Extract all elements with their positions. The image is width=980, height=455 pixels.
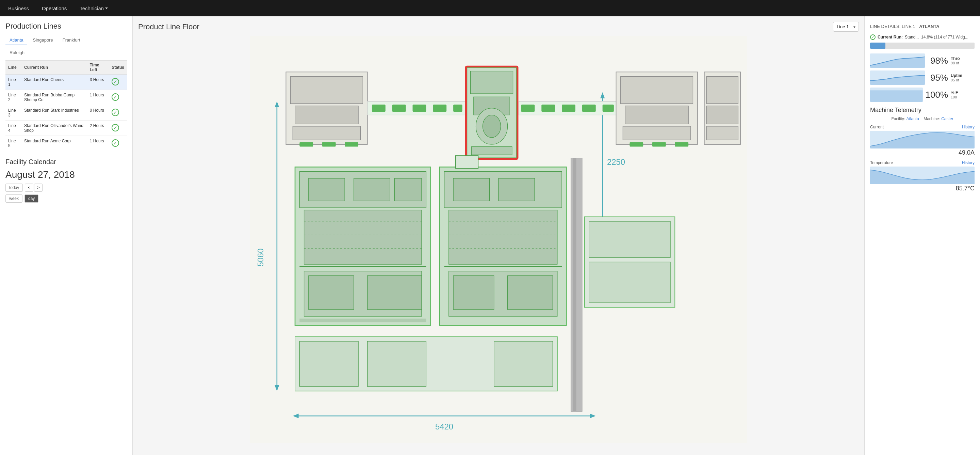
svg-rect-36 bbox=[582, 105, 596, 112]
temperature-history-link[interactable]: History bbox=[962, 160, 975, 165]
svg-rect-61 bbox=[368, 276, 422, 310]
location-tabs: Atlanta Singapore Frankfurt bbox=[5, 35, 127, 45]
day-button[interactable]: day bbox=[24, 195, 38, 203]
location-badge: ATLANTA bbox=[919, 24, 939, 29]
facility-value: Atlanta bbox=[906, 117, 919, 121]
svg-rect-22 bbox=[392, 105, 406, 112]
svg-rect-73 bbox=[453, 276, 494, 310]
line-details-title: Line Details: Line 1 ATLANTA bbox=[870, 22, 975, 30]
nav-business[interactable]: Business bbox=[7, 2, 30, 15]
cell-line: Line 1 bbox=[5, 75, 21, 90]
table-row[interactable]: Line 3Standard Run Stark Industries0 Hou… bbox=[5, 105, 127, 121]
svg-rect-17 bbox=[299, 142, 313, 147]
current-telemetry-value: 49.0A bbox=[870, 149, 975, 156]
telemetry-temperature-row: Temperature History 85.7°C bbox=[870, 160, 975, 192]
svg-rect-42 bbox=[630, 142, 643, 147]
next-button[interactable]: > bbox=[34, 184, 43, 192]
facility-calendar-title: Facility Calendar bbox=[5, 158, 127, 166]
floor-title: Product Line Floor bbox=[138, 22, 199, 31]
throughput-chart bbox=[870, 53, 925, 68]
uptime-label: Uptim bbox=[951, 73, 975, 78]
line-select[interactable]: Line 1 Line 2 Line 3 Line 4 Line 5 bbox=[833, 22, 859, 32]
svg-rect-76 bbox=[573, 158, 576, 412]
tab-singapore[interactable]: Singapore bbox=[29, 35, 57, 45]
pctf-value: 100% bbox=[926, 89, 948, 100]
tab-row2: Raleigh bbox=[5, 47, 127, 60]
svg-rect-47 bbox=[706, 106, 738, 124]
current-telemetry-chart bbox=[870, 131, 975, 148]
floor-area: 5060 5420 2250 bbox=[138, 36, 859, 443]
status-ok-icon: ✓ bbox=[111, 109, 119, 116]
svg-rect-86 bbox=[494, 341, 553, 386]
cell-current-run: Standard Run Acme Corp bbox=[21, 136, 87, 151]
tab-atlanta[interactable]: Atlanta bbox=[5, 35, 27, 45]
run-status-icon: ✓ bbox=[870, 34, 875, 40]
calendar-nav: < > bbox=[25, 184, 43, 192]
tab-raleigh[interactable]: Raleigh bbox=[5, 48, 127, 58]
col-time-left: Time Left bbox=[87, 61, 109, 75]
table-row[interactable]: Line 2Standard Run Bubba Gump Shrimp Co1… bbox=[5, 90, 127, 105]
svg-rect-88 bbox=[456, 156, 478, 168]
svg-text:2250: 2250 bbox=[607, 157, 625, 166]
svg-rect-72 bbox=[498, 179, 535, 201]
uptime-metric: 95% Uptim 95 of bbox=[870, 70, 975, 85]
table-row[interactable]: Line 4Standard Run Ollivander's Wand Sho… bbox=[5, 121, 127, 136]
svg-rect-84 bbox=[299, 341, 358, 386]
pctf-sublabel: 100 bbox=[951, 95, 975, 99]
metrics-section: 98% Thro 98 of 95% Uptim 95 of bbox=[870, 53, 975, 102]
nav-technician[interactable]: Technician bbox=[78, 2, 109, 15]
current-history-link[interactable]: History bbox=[962, 125, 975, 129]
col-status: Status bbox=[109, 61, 127, 75]
facility-calendar: Facility Calendar August 27, 2018 today … bbox=[5, 158, 127, 203]
svg-rect-16 bbox=[293, 126, 360, 140]
svg-rect-74 bbox=[508, 276, 553, 310]
svg-rect-41 bbox=[623, 126, 690, 140]
svg-rect-34 bbox=[541, 105, 555, 112]
cell-time-left: 3 Hours bbox=[87, 75, 109, 90]
tab-frankfurt[interactable]: Frankfurt bbox=[59, 35, 84, 45]
week-button[interactable]: week bbox=[5, 195, 22, 203]
cell-time-left: 1 Hours bbox=[87, 136, 109, 151]
progress-bar-fill bbox=[870, 43, 885, 49]
svg-rect-65 bbox=[449, 210, 557, 264]
cell-current-run: Standard Run Ollivander's Wand Shop bbox=[21, 121, 87, 136]
cell-time-left: 1 Hours bbox=[87, 90, 109, 105]
throughput-value: 98% bbox=[928, 56, 948, 66]
svg-rect-60 bbox=[309, 276, 354, 310]
telemetry-temperature-header: Temperature History bbox=[870, 160, 975, 165]
status-ok-icon: ✓ bbox=[111, 93, 119, 101]
view-buttons: week day bbox=[5, 195, 127, 203]
uptime-sublabel: 95 of bbox=[951, 78, 975, 82]
temperature-telemetry-chart bbox=[870, 166, 975, 184]
prev-button[interactable]: < bbox=[25, 184, 33, 192]
table-row[interactable]: Line 1Standard Run Cheers3 Hours✓ bbox=[5, 75, 127, 90]
cell-status: ✓ bbox=[109, 105, 127, 121]
svg-rect-21 bbox=[372, 105, 385, 112]
nav-operations[interactable]: Operations bbox=[40, 2, 68, 15]
cell-current-run: Standard Run Stark Industries bbox=[21, 105, 87, 121]
main-layout: Production Lines Atlanta Singapore Frank… bbox=[0, 16, 980, 455]
svg-rect-18 bbox=[322, 142, 336, 147]
uptime-value: 95% bbox=[928, 73, 948, 83]
svg-rect-40 bbox=[625, 106, 688, 124]
temperature-telemetry-value: 85.7°C bbox=[870, 185, 975, 192]
svg-rect-25 bbox=[453, 105, 463, 112]
today-button[interactable]: today bbox=[5, 184, 23, 192]
table-row[interactable]: Line 5Standard Run Acme Corp1 Hours✓ bbox=[5, 136, 127, 151]
telemetry-current-header: Current History bbox=[870, 125, 975, 129]
cell-line: Line 3 bbox=[5, 105, 21, 121]
svg-rect-39 bbox=[620, 77, 693, 104]
status-ok-icon: ✓ bbox=[111, 78, 119, 86]
svg-rect-78 bbox=[589, 221, 670, 257]
cell-line: Line 5 bbox=[5, 136, 21, 151]
calendar-date: August 27, 2018 bbox=[5, 169, 127, 180]
cell-status: ✓ bbox=[109, 136, 127, 151]
svg-rect-55 bbox=[354, 179, 390, 201]
cell-status: ✓ bbox=[109, 90, 127, 105]
machine-value: Caster bbox=[941, 117, 953, 121]
cell-time-left: 0 Hours bbox=[87, 105, 109, 121]
pctf-metric: 100% % F 100 bbox=[870, 88, 975, 102]
svg-rect-56 bbox=[395, 179, 422, 201]
svg-rect-19 bbox=[345, 142, 358, 147]
floor-header: Product Line Floor Line 1 Line 2 Line 3 … bbox=[138, 22, 859, 32]
